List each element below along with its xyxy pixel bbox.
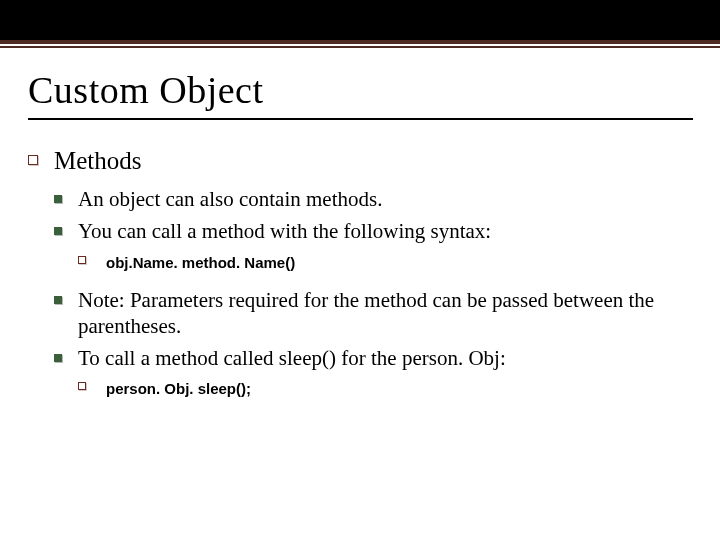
- bullet-text: Note: Parameters required for the method…: [78, 287, 692, 340]
- content-area: Methods An object can also contain metho…: [0, 128, 720, 413]
- level2-item: An object can also contain methods.: [54, 186, 692, 212]
- level2-list: An object can also contain methods. You …: [54, 186, 692, 407]
- bullet-text: You can call a method with the following…: [78, 218, 692, 244]
- level3-list: person. Obj. sleep();: [78, 377, 692, 399]
- level1-list: Methods An object can also contain metho…: [28, 146, 692, 413]
- bullet-open-square-small-icon: [78, 382, 86, 390]
- title-block: Custom Object: [0, 50, 720, 128]
- top-bar: [0, 0, 720, 40]
- level2-item: To call a method called sleep() for the …: [54, 345, 692, 407]
- title-underline: [28, 118, 693, 120]
- level2-body: You can call a method with the following…: [78, 218, 692, 280]
- level2-item: You can call a method with the following…: [54, 218, 692, 280]
- bullet-solid-square-icon: [54, 296, 62, 304]
- heading-methods: Methods: [54, 146, 692, 176]
- bullet-text: An object can also contain methods.: [78, 186, 382, 212]
- level3-item: obj.Name. method. Name(): [78, 251, 692, 273]
- bullet-solid-square-icon: [54, 227, 62, 235]
- slide-title: Custom Object: [28, 68, 692, 112]
- level1-body: Methods An object can also contain metho…: [54, 146, 692, 413]
- bullet-open-square-icon: [28, 155, 38, 165]
- code-text: person. Obj. sleep();: [106, 377, 251, 399]
- bullet-solid-square-icon: [54, 195, 62, 203]
- level2-item: Note: Parameters required for the method…: [54, 287, 692, 340]
- bullet-solid-square-icon: [54, 354, 62, 362]
- slide: Custom Object Methods An object can also…: [0, 0, 720, 540]
- level3-list: obj.Name. method. Name(): [78, 251, 692, 273]
- divider-rules: [0, 40, 720, 50]
- bullet-text: To call a method called sleep() for the …: [78, 345, 692, 371]
- bullet-open-square-small-icon: [78, 256, 86, 264]
- code-text: obj.Name. method. Name(): [106, 251, 295, 273]
- level3-item: person. Obj. sleep();: [78, 377, 692, 399]
- level1-item: Methods An object can also contain metho…: [28, 146, 692, 413]
- level2-body: To call a method called sleep() for the …: [78, 345, 692, 407]
